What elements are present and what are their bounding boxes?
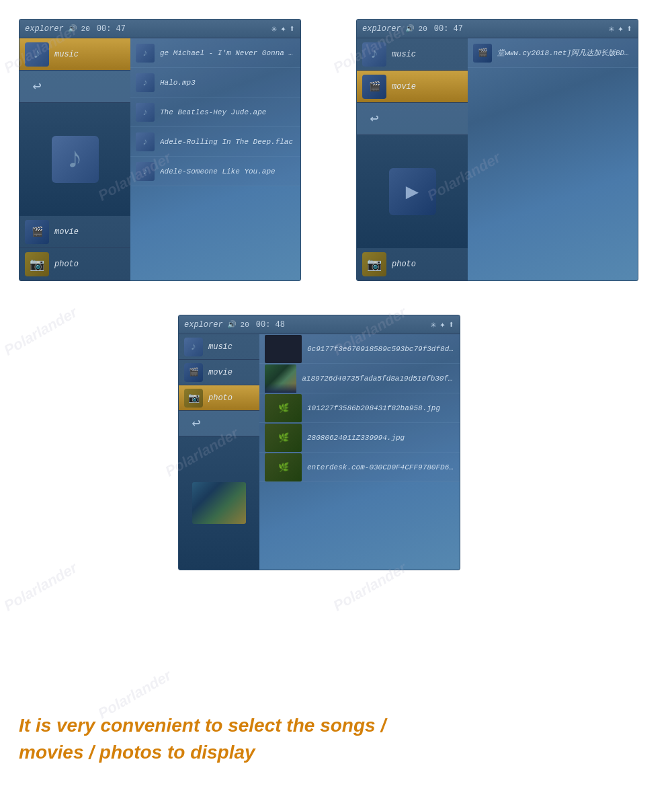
file-name-1-0: ge Michael - I'm Never Gonna Dance Again… xyxy=(160,49,295,57)
movie-icon-3: 🎬 xyxy=(184,363,203,382)
file-item-3-3[interactable]: 🌿 28080624011Z339994.jpg xyxy=(259,423,460,453)
music-icon-3: ♪ xyxy=(184,338,203,356)
sidebar-movie-3[interactable]: 🎬 movie xyxy=(179,360,259,385)
movie-label-2: movie xyxy=(392,82,416,91)
brightness-icon-1: ✳ xyxy=(271,23,277,34)
music-label-3: music xyxy=(208,342,233,352)
sidebar-folder-2[interactable]: ↩ xyxy=(357,103,468,135)
bluetooth-icon-1: ✦ xyxy=(280,23,286,34)
sidebar-3: ♪ music 🎬 movie 📷 photo ↩ xyxy=(179,334,259,570)
file-name-1-4: Adele-Someone Like You.ape xyxy=(160,167,276,176)
photo-thumb-3-0 xyxy=(265,335,302,363)
file-icon-1-2: ♪ xyxy=(136,103,155,122)
file-item-1-1[interactable]: ♪ Halo.mp3 xyxy=(130,68,300,98)
photo-thumb-3-1 xyxy=(265,364,296,393)
large-movie-icon-2: ▶ xyxy=(389,168,436,215)
time-2: 00: 47 xyxy=(434,24,463,34)
volume-num-3: 20 xyxy=(241,321,249,329)
file-item-1-2[interactable]: ♪ The Beatles-Hey Jude.ape xyxy=(130,98,300,127)
photo-icon-2: 📷 xyxy=(362,252,386,276)
brightness-icon-2: ✳ xyxy=(609,23,614,34)
status-bar-1: explorer 🔊 20 00: 47 ✳ ✦ ⬆ xyxy=(19,20,300,38)
music-label-1: music xyxy=(54,50,79,59)
folder-icon-1: ↩ xyxy=(25,75,49,99)
file-list-1: ♪ ge Michael - I'm Never Gonna Dance Aga… xyxy=(130,38,300,280)
music-icon-2: ♪ xyxy=(362,42,386,67)
file-item-3-1[interactable]: a189726d40735fada5fd8a19d510fb30f24087a. xyxy=(259,364,460,393)
large-icon-area-3 xyxy=(179,436,259,570)
movie-icon-2: 🎬 xyxy=(362,75,386,99)
photo-thumb-3-2: 🌿 xyxy=(265,394,302,422)
file-name-3-2: 101227f3586b208431f82ba958.jpg xyxy=(307,404,440,412)
folder-icon-2: ↩ xyxy=(362,107,386,131)
movie-icon-1: 🎬 xyxy=(25,220,49,244)
sidebar-music-1[interactable]: ♪ music xyxy=(19,38,130,71)
photo-icon-3: 📷 xyxy=(184,389,203,408)
file-list-2: 🎬 堂www.cy2018.net]阿凡达加长版BD中英双字.r xyxy=(468,38,638,280)
upload-icon-2: ⬆ xyxy=(627,23,632,34)
file-name-3-1: a189726d40735fada5fd8a19d510fb30f24087a. xyxy=(302,375,454,383)
upload-icon-1: ⬆ xyxy=(290,23,295,34)
volume-icon-1: 🔊 xyxy=(68,24,77,33)
time-3: 00: 48 xyxy=(256,320,285,330)
file-name-1-2: The Beatles-Hey Jude.ape xyxy=(160,108,266,116)
file-icon-2-0: 🎬 xyxy=(473,44,492,63)
file-item-3-0[interactable]: 6c9177f3e670918589c593bc79f3df8dc5538.jp… xyxy=(259,334,460,364)
large-photo-thumb-3 xyxy=(192,482,246,524)
file-item-1-4[interactable]: ♪ Adele-Someone Like You.ape xyxy=(130,157,300,186)
status-bar-2: explorer 🔊 20 00: 47 ✳ ✦ ⬆ xyxy=(357,20,638,38)
app-name-3: explorer xyxy=(184,320,223,330)
sidebar-folder-3[interactable]: ↩ xyxy=(179,411,259,436)
photo-thumb-3-3: 🌿 xyxy=(265,424,302,452)
app-name-2: explorer xyxy=(362,24,401,34)
app-name-1: explorer xyxy=(25,24,64,34)
photo-icon-1: 📷 xyxy=(25,252,49,276)
file-item-3-2[interactable]: 🌿 101227f3586b208431f82ba958.jpg xyxy=(259,393,460,423)
file-name-1-1: Halo.mp3 xyxy=(160,79,196,87)
sidebar-music-3[interactable]: ♪ music xyxy=(179,334,259,360)
sidebar-2: ♪ music 🎬 movie ↩ ▶ 📷 photo xyxy=(357,38,468,280)
folder-icon-3: ↩ xyxy=(184,412,208,436)
movie-label-3: movie xyxy=(208,368,233,377)
time-1: 00: 47 xyxy=(97,24,126,34)
file-icon-1-4: ♪ xyxy=(136,162,155,181)
file-name-3-0: 6c9177f3e670918589c593bc79f3df8dc5538.jp… xyxy=(307,345,454,353)
photo-label-2: photo xyxy=(392,260,416,269)
large-icon-area-1: ♪ xyxy=(19,103,130,216)
sidebar-photo-1[interactable]: 📷 photo xyxy=(19,248,130,280)
file-name-3-3: 28080624011Z339994.jpg xyxy=(307,434,405,442)
sidebar-1: ♪ music ↩ ♪ 🎬 movie 📷 photo xyxy=(19,38,130,280)
upload-icon-3: ⬆ xyxy=(449,319,454,330)
music-icon-1: ♪ xyxy=(25,42,49,67)
status-bar-3: explorer 🔊 20 00: 48 ✳ ✦ ⬆ xyxy=(179,315,460,334)
file-item-1-3[interactable]: ♪ Adele-Rolling In The Deep.flac xyxy=(130,127,300,157)
volume-num-1: 20 xyxy=(81,25,90,33)
bottom-text-line1: It is very convenient to select the song… xyxy=(19,712,653,740)
file-item-1-0[interactable]: ♪ ge Michael - I'm Never Gonna Dance Aga… xyxy=(130,38,300,68)
sidebar-movie-2[interactable]: 🎬 movie xyxy=(357,71,468,103)
screen1: explorer 🔊 20 00: 47 ✳ ✦ ⬆ ♪ music ↩ ♪ 🎬… xyxy=(19,19,301,281)
movie-label-1: movie xyxy=(54,227,79,237)
sidebar-folder-1[interactable]: ↩ xyxy=(19,71,130,103)
file-icon-1-3: ♪ xyxy=(136,132,155,151)
large-music-note-1: ♪ xyxy=(52,136,99,183)
file-list-3: 6c9177f3e670918589c593bc79f3df8dc5538.jp… xyxy=(259,334,460,570)
brightness-icon-3: ✳ xyxy=(431,319,436,330)
sidebar-photo-2[interactable]: 📷 photo xyxy=(357,248,468,280)
sidebar-music-2[interactable]: ♪ music xyxy=(357,38,468,71)
sidebar-photo-3[interactable]: 📷 photo xyxy=(179,385,259,411)
photo-label-1: photo xyxy=(54,260,79,269)
sidebar-movie-1[interactable]: 🎬 movie xyxy=(19,216,130,248)
status-icons-1: ✳ ✦ ⬆ xyxy=(271,23,295,34)
file-name-2-0: 堂www.cy2018.net]阿凡达加长版BD中英双字.r xyxy=(497,48,632,58)
file-icon-1-0: ♪ xyxy=(136,44,155,63)
photo-thumb-3-4: 🌿 xyxy=(265,453,302,482)
bluetooth-icon-3: ✦ xyxy=(439,319,445,330)
file-icon-1-1: ♪ xyxy=(136,73,155,92)
volume-icon-3: 🔊 xyxy=(227,320,237,329)
status-icons-3: ✳ ✦ ⬆ xyxy=(431,319,454,330)
bluetooth-icon-2: ✦ xyxy=(618,23,623,34)
file-item-3-4[interactable]: 🌿 enterdesk.com-030CD0F4CFF9780FD6367028… xyxy=(259,453,460,482)
bottom-text: It is very convenient to select the song… xyxy=(19,712,653,767)
file-item-2-0[interactable]: 🎬 堂www.cy2018.net]阿凡达加长版BD中英双字.r xyxy=(468,38,638,68)
